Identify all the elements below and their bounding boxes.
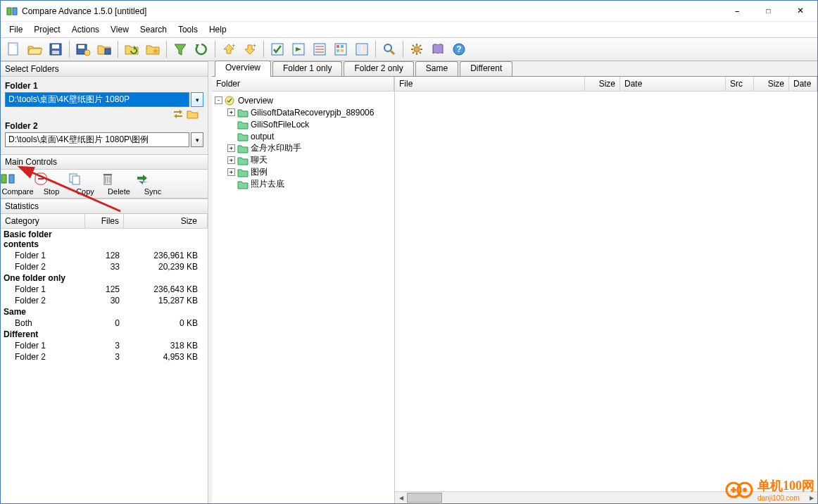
tabs: Overview Folder 1 only Folder 2 only Sam… xyxy=(212,61,817,77)
tree-item-label[interactable]: GiliSoftFileLock xyxy=(251,120,309,130)
grid1-icon[interactable] xyxy=(331,39,351,59)
folder1-dropdown[interactable]: ▾ xyxy=(191,92,203,107)
stat-row[interactable]: Folder 13318 KB xyxy=(1,340,208,351)
tree-item[interactable]: +图例 xyxy=(213,166,393,178)
svg-line-41 xyxy=(413,45,414,46)
tree-item-label[interactable]: 照片去底 xyxy=(251,178,284,190)
stat-row[interactable]: Folder 234,953 KB xyxy=(1,351,208,363)
folder2-label: Folder 2 xyxy=(5,121,203,131)
file-list[interactable] xyxy=(395,92,817,491)
save-folder-icon[interactable] xyxy=(94,39,114,59)
tree-item[interactable]: +GilisoftDataRecoverypjb_889006 xyxy=(213,106,393,118)
filter-icon[interactable] xyxy=(170,39,190,59)
svg-text:?: ? xyxy=(456,44,461,54)
svg-point-34 xyxy=(384,44,391,51)
menu-project[interactable]: Project xyxy=(28,23,65,36)
tab-different[interactable]: Different xyxy=(460,61,512,76)
expand-icon[interactable]: + xyxy=(227,144,235,152)
new-icon[interactable] xyxy=(4,39,23,59)
svg-marker-13 xyxy=(175,44,186,55)
expand-icon[interactable]: + xyxy=(227,168,235,176)
open-icon[interactable] xyxy=(25,39,44,59)
svg-point-66 xyxy=(743,488,747,492)
tree-item-label[interactable]: 图例 xyxy=(251,166,268,178)
saveas-icon[interactable] xyxy=(73,39,93,59)
swap-folders-icon[interactable] xyxy=(172,108,185,120)
close-button[interactable]: ✕ xyxy=(784,1,816,21)
tree-item-label[interactable]: 金舟水印助手 xyxy=(251,142,301,154)
scroll-left-icon[interactable]: ◀ xyxy=(395,492,407,504)
tree-item-label[interactable]: output xyxy=(251,132,274,141)
tab-overview[interactable]: Overview xyxy=(215,61,271,76)
tree-item[interactable]: +聊天 xyxy=(213,154,393,166)
file-columns: File Size Date Src Size Date xyxy=(395,77,817,92)
stat-row[interactable]: Folder 1125236,643 KB xyxy=(1,284,208,295)
menu-help[interactable]: Help xyxy=(203,23,232,36)
expand-icon[interactable]: + xyxy=(227,156,235,164)
tree-item[interactable]: +金舟水印助手 xyxy=(213,142,393,154)
tab-folder1-only[interactable]: Folder 1 only xyxy=(272,61,342,76)
minimize-button[interactable]: ‒ xyxy=(721,1,753,21)
folder2-dropdown[interactable]: ▾ xyxy=(191,132,203,147)
tree-item-label[interactable]: GilisoftDataRecoverypjb_889006 xyxy=(251,108,374,118)
help-icon[interactable]: ? xyxy=(449,39,469,59)
menu-actions[interactable]: Actions xyxy=(66,23,105,36)
stat-row[interactable]: Folder 23015,287 KB xyxy=(1,295,208,306)
folder-tree[interactable]: - Overview +GilisoftDataRecoverypjb_8890… xyxy=(212,92,394,503)
stat-row[interactable]: Folder 1128236,961 KB xyxy=(1,250,208,261)
save-icon[interactable] xyxy=(46,39,65,59)
menu-tools[interactable]: Tools xyxy=(172,23,203,36)
folder-icon xyxy=(237,179,248,189)
expand-icon[interactable]: + xyxy=(227,108,235,116)
list-icon[interactable] xyxy=(310,39,329,59)
svg-rect-8 xyxy=(78,45,84,49)
uncheck-right-icon[interactable] xyxy=(289,39,308,59)
scroll-thumb[interactable] xyxy=(407,493,442,503)
svg-rect-1 xyxy=(13,8,17,15)
book-icon[interactable] xyxy=(428,39,448,59)
tree-item[interactable]: GiliSoftFileLock xyxy=(213,118,393,130)
check-icon[interactable] xyxy=(268,39,287,59)
stat-row[interactable]: Folder 23320,239 KB xyxy=(1,261,208,272)
tree-item[interactable]: output xyxy=(213,130,393,142)
file-pane: File Size Date Src Size Date ◀ ▶ xyxy=(395,77,817,503)
stat-row[interactable]: Both00 KB xyxy=(1,317,208,329)
grid2-icon[interactable] xyxy=(352,39,372,59)
menu-bar: File Project Actions View Search Tools H… xyxy=(1,22,817,37)
folder-icon xyxy=(237,120,248,130)
folder-star-icon[interactable] xyxy=(143,39,163,59)
sync-button[interactable]: Sync xyxy=(136,170,170,198)
tab-same[interactable]: Same xyxy=(415,61,458,76)
svg-rect-10 xyxy=(105,49,111,54)
tree-item-label[interactable]: 聊天 xyxy=(251,154,268,166)
export-down-icon[interactable]: + xyxy=(240,39,260,59)
tree-root[interactable]: Overview xyxy=(238,96,273,106)
folder2-input[interactable] xyxy=(5,132,189,147)
toolbar: + + ? xyxy=(1,37,817,61)
svg-marker-48 xyxy=(174,114,177,118)
folder-refresh-icon[interactable] xyxy=(122,39,141,59)
tab-folder2-only[interactable]: Folder 2 only xyxy=(344,61,413,76)
svg-rect-6 xyxy=(52,51,59,54)
stop-button[interactable]: Stop xyxy=(34,170,68,198)
menu-search[interactable]: Search xyxy=(134,23,172,36)
refresh-icon[interactable] xyxy=(191,39,211,59)
stat-group: Same xyxy=(1,306,208,317)
maximize-button[interactable]: □ xyxy=(753,1,784,21)
menu-file[interactable]: File xyxy=(4,23,28,36)
delete-button[interactable]: Delete xyxy=(102,170,136,198)
search-icon[interactable] xyxy=(379,39,399,59)
gear-icon[interactable] xyxy=(407,39,427,59)
select-folders-header: Select Folders xyxy=(1,61,208,77)
statistics-header: Statistics xyxy=(1,199,208,214)
tree-item[interactable]: 照片去底 xyxy=(213,178,393,190)
folder1-input[interactable] xyxy=(5,92,189,107)
copy-button[interactable]: Copy xyxy=(68,170,102,198)
tree-col-header[interactable]: Folder xyxy=(212,77,394,91)
browse-folder-icon[interactable] xyxy=(187,108,199,120)
collapse-icon[interactable]: - xyxy=(215,96,222,104)
svg-text:+: + xyxy=(253,42,256,49)
menu-view[interactable]: View xyxy=(105,23,134,36)
compare-button[interactable]: Compare xyxy=(1,170,34,198)
export-up-icon[interactable]: + xyxy=(219,39,239,59)
